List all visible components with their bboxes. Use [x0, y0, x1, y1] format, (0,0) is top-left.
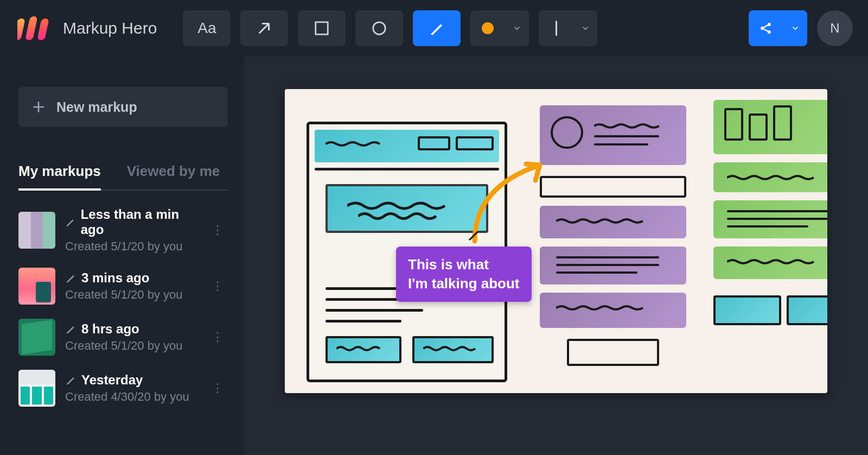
stroke-width[interactable]: [539, 10, 573, 46]
app-logo: [15, 14, 53, 42]
annotation-line1: This is what: [408, 255, 520, 274]
share-dropdown[interactable]: [783, 10, 807, 46]
svg-rect-0: [17, 18, 25, 40]
pen-icon: [65, 375, 76, 386]
tab-viewed-by-me[interactable]: Viewed by me: [127, 163, 220, 189]
svg-point-4: [373, 22, 386, 35]
thumbnail: [18, 370, 55, 407]
text-icon: Aa: [197, 20, 216, 37]
pen-icon: [65, 273, 76, 283]
item-title: 3 mins ago: [81, 270, 149, 286]
sidebar: New markup My markups Viewed by me Less …: [0, 56, 244, 455]
pen-cursor-icon: [467, 228, 481, 242]
annotation-text[interactable]: This is what I'm talking about: [396, 247, 532, 302]
canvas-area: This is what I'm talking about: [244, 56, 868, 455]
swatch-icon: [482, 22, 494, 34]
list-item[interactable]: Less than a min ago Created 5/1/20 by yo…: [18, 207, 228, 254]
svg-rect-2: [37, 18, 49, 40]
item-menu-button[interactable]: ⋮: [207, 219, 228, 242]
share-main[interactable]: [749, 10, 783, 46]
chevron-down-icon: [581, 24, 590, 33]
list-item[interactable]: 8 hrs ago Created 5/1/20 by you ⋮: [18, 319, 228, 356]
pen-icon: [65, 217, 75, 228]
item-subtitle: Created 4/30/20 by you: [65, 390, 197, 404]
new-markup-label: New markup: [56, 99, 137, 115]
item-subtitle: Created 5/1/20 by you: [65, 288, 197, 302]
rectangle-icon: [314, 20, 330, 36]
pen-icon: [429, 20, 445, 36]
tool-circle[interactable]: [355, 10, 403, 46]
svg-rect-3: [316, 22, 328, 35]
svg-rect-1: [25, 16, 37, 40]
wireframe-card-purple: [540, 105, 686, 377]
sidebar-tabs: My markups Viewed by me: [18, 163, 228, 191]
stroke-icon: [556, 21, 557, 36]
avatar-initial: N: [830, 21, 839, 36]
item-title: Less than a min ago: [81, 207, 197, 237]
list-item[interactable]: Yesterday Created 4/30/20 by you ⋮: [18, 370, 228, 407]
user-avatar[interactable]: N: [817, 10, 853, 46]
new-markup-button[interactable]: New markup: [18, 87, 228, 127]
item-title: 8 hrs ago: [81, 321, 139, 337]
item-menu-button[interactable]: ⋮: [207, 326, 228, 349]
arrow-icon: [255, 19, 273, 37]
tab-my-markups[interactable]: My markups: [18, 163, 101, 191]
color-swatch[interactable]: [470, 10, 505, 46]
item-menu-button[interactable]: ⋮: [207, 377, 228, 400]
thumbnail: [18, 268, 55, 305]
canvas[interactable]: This is what I'm talking about: [285, 89, 827, 393]
item-title: Yesterday: [81, 372, 143, 388]
plus-icon: [31, 100, 46, 114]
item-subtitle: Created 5/1/20 by you: [65, 239, 197, 254]
tool-text[interactable]: Aa: [183, 10, 231, 46]
share-button[interactable]: [749, 10, 807, 46]
pen-icon: [65, 324, 76, 334]
thumbnail: [18, 212, 55, 249]
color-picker-dropdown[interactable]: [505, 10, 529, 46]
stroke-picker-dropdown[interactable]: [573, 10, 597, 46]
share-icon: [758, 21, 774, 36]
color-picker[interactable]: [470, 10, 529, 46]
chevron-down-icon: [791, 24, 800, 33]
chevron-down-icon: [513, 24, 521, 33]
circle-icon: [371, 20, 387, 36]
markup-list: Less than a min ago Created 5/1/20 by yo…: [18, 207, 228, 407]
item-subtitle: Created 5/1/20 by you: [65, 339, 197, 353]
thumbnail: [18, 319, 55, 356]
list-item[interactable]: 3 mins ago Created 5/1/20 by you ⋮: [18, 268, 228, 305]
app-title: Markup Hero: [63, 19, 157, 37]
stroke-picker[interactable]: [539, 10, 597, 46]
item-menu-button[interactable]: ⋮: [207, 275, 228, 298]
tool-rectangle[interactable]: [298, 10, 346, 46]
annotation-line2: I'm talking about: [408, 274, 520, 293]
tool-pen[interactable]: [413, 10, 461, 46]
tool-arrow[interactable]: [240, 10, 288, 46]
wireframe-card-green: [713, 100, 827, 382]
app-header: Markup Hero Aa N: [0, 0, 868, 56]
